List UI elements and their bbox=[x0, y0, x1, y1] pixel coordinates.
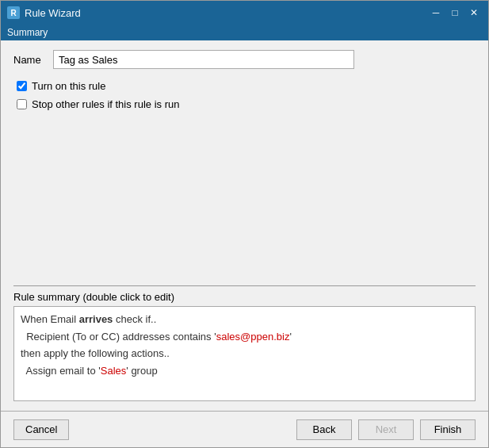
summary-highlight-email: sales@ppen.biz bbox=[216, 331, 290, 343]
right-buttons: Back Next Finish bbox=[296, 419, 476, 440]
name-label: Name bbox=[13, 54, 53, 66]
section-header: Summary bbox=[1, 25, 488, 40]
summary-highlight-group: Sales bbox=[101, 365, 127, 377]
summary-section: Rule summary (double click to edit) When… bbox=[13, 285, 476, 401]
spacer bbox=[13, 117, 476, 285]
left-buttons: Cancel bbox=[13, 419, 69, 440]
summary-line-3: then apply the following actions.. bbox=[21, 346, 468, 362]
next-button[interactable]: Next bbox=[358, 419, 414, 440]
summary-line-4: Assign email to 'Sales' group bbox=[21, 363, 468, 379]
summary-line-1: When Email arrives check if.. bbox=[21, 312, 468, 327]
content-area: Name Turn on this rule Stop other rules … bbox=[1, 40, 488, 411]
stop-other-rules-checkbox[interactable] bbox=[17, 99, 27, 109]
close-button[interactable]: ✕ bbox=[466, 6, 482, 20]
summary-line-2: Recipient (To or CC) addresses contains … bbox=[21, 329, 468, 345]
maximize-button[interactable]: □ bbox=[447, 6, 463, 20]
stop-other-rules-row: Stop other rules if this rule is run bbox=[17, 98, 476, 110]
turn-on-rule-checkbox[interactable] bbox=[17, 81, 27, 91]
summary-content: When Email arrives check if.. Recipient … bbox=[13, 306, 476, 401]
back-button[interactable]: Back bbox=[296, 419, 352, 440]
window-title: Rule Wizard bbox=[25, 7, 81, 19]
finish-button[interactable]: Finish bbox=[420, 419, 476, 440]
title-bar: R Rule Wizard ─ □ ✕ bbox=[1, 1, 488, 25]
title-controls: ─ □ ✕ bbox=[428, 6, 482, 20]
rule-wizard-window: R Rule Wizard ─ □ ✕ Summary Name Turn on… bbox=[0, 0, 489, 448]
button-bar: Cancel Back Next Finish bbox=[1, 411, 488, 447]
name-row: Name bbox=[13, 50, 476, 69]
cancel-button[interactable]: Cancel bbox=[13, 419, 69, 440]
title-bar-left: R Rule Wizard bbox=[7, 6, 81, 19]
turn-on-rule-row: Turn on this rule bbox=[17, 80, 476, 92]
summary-title[interactable]: Rule summary (double click to edit) bbox=[13, 286, 476, 306]
turn-on-rule-label[interactable]: Turn on this rule bbox=[32, 80, 105, 92]
app-icon: R bbox=[7, 6, 20, 19]
minimize-button[interactable]: ─ bbox=[428, 6, 444, 20]
name-input[interactable] bbox=[53, 50, 354, 69]
stop-other-rules-label[interactable]: Stop other rules if this rule is run bbox=[32, 98, 179, 110]
